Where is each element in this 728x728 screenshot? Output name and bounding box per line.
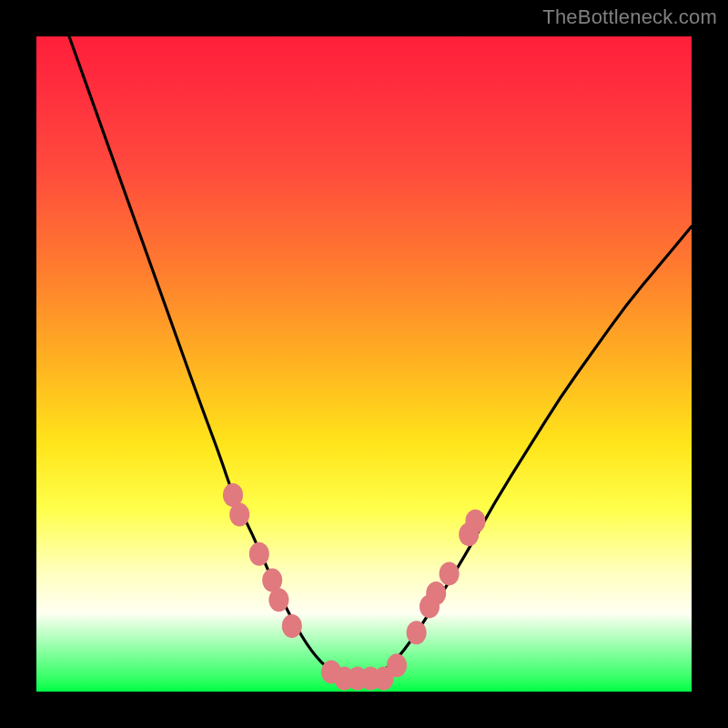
chart-frame: TheBottleneck.com xyxy=(0,0,728,728)
curve-layer xyxy=(36,36,692,692)
curve-dot xyxy=(229,503,249,527)
curve-dot xyxy=(249,542,269,566)
curve-dot xyxy=(387,653,407,677)
curve-dot xyxy=(282,614,302,638)
curve-dot xyxy=(426,581,446,605)
curve-dot xyxy=(407,621,427,644)
curve-dot xyxy=(465,510,485,533)
curve-dot xyxy=(440,561,460,585)
curve-dot xyxy=(268,588,288,612)
bottleneck-curve xyxy=(69,36,692,679)
plot-area xyxy=(36,36,692,692)
watermark-text: TheBottleneck.com xyxy=(542,5,717,29)
